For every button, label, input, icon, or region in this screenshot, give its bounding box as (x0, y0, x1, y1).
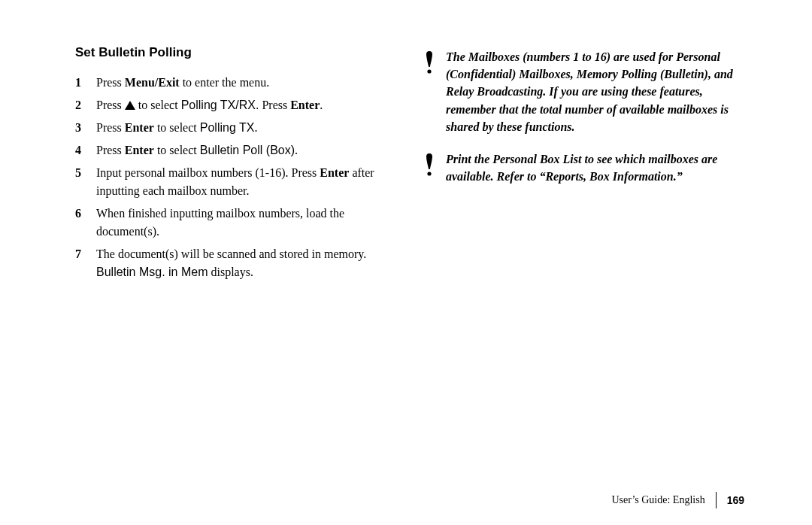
exclamation-icon (423, 48, 435, 135)
svg-point-0 (427, 69, 431, 73)
step-row: 6When finished inputting mailbox numbers… (75, 205, 396, 241)
note-text: The Mailboxes (numbers 1 to 16) are used… (446, 48, 744, 135)
step-row: 5Input personal mailbox numbers (1-16). … (75, 164, 396, 200)
up-arrow-icon (125, 101, 135, 110)
note-item: The Mailboxes (numbers 1 to 16) are used… (423, 48, 744, 135)
step-text: Press Menu/Exit to enter the menu. (96, 74, 269, 92)
exclamation-icon (423, 150, 435, 185)
step-text: The document(s) will be scanned and stor… (96, 245, 396, 281)
step-row: 7The document(s) will be scanned and sto… (75, 245, 396, 281)
step-number: 1 (75, 74, 83, 92)
step-text: When finished inputting mailbox numbers,… (96, 205, 396, 241)
section-heading: Set Bulletin Polling (75, 45, 396, 60)
step-row: 4Press Enter to select Bulletin Poll (Bo… (75, 141, 396, 159)
step-text: Press Enter to select Polling TX. (96, 119, 257, 137)
step-number: 7 (75, 245, 83, 281)
step-number: 6 (75, 205, 83, 241)
step-text: Press Enter to select Bulletin Poll (Box… (96, 141, 298, 159)
note-item: Print the Personal Box List to see which… (423, 150, 744, 185)
step-text: Input personal mailbox numbers (1-16). P… (96, 164, 396, 200)
page-footer: User’s Guide: English 169 (611, 492, 744, 508)
step-row: 3Press Enter to select Polling TX. (75, 119, 396, 137)
step-number: 4 (75, 141, 83, 159)
notes-list: The Mailboxes (numbers 1 to 16) are used… (423, 45, 744, 185)
step-text: Press to select Polling TX/RX. Press Ent… (96, 96, 323, 114)
footer-text: User’s Guide: English (611, 494, 704, 506)
step-number: 2 (75, 96, 83, 114)
steps-list: 1Press Menu/Exit to enter the menu.2Pres… (75, 74, 396, 281)
footer-separator (716, 492, 717, 508)
step-row: 1Press Menu/Exit to enter the menu. (75, 74, 396, 92)
step-row: 2Press to select Polling TX/RX. Press En… (75, 96, 396, 114)
svg-point-1 (427, 171, 431, 175)
step-number: 3 (75, 119, 83, 137)
note-text: Print the Personal Box List to see which… (446, 150, 744, 185)
footer-page-number: 169 (727, 494, 744, 506)
step-number: 5 (75, 164, 83, 200)
